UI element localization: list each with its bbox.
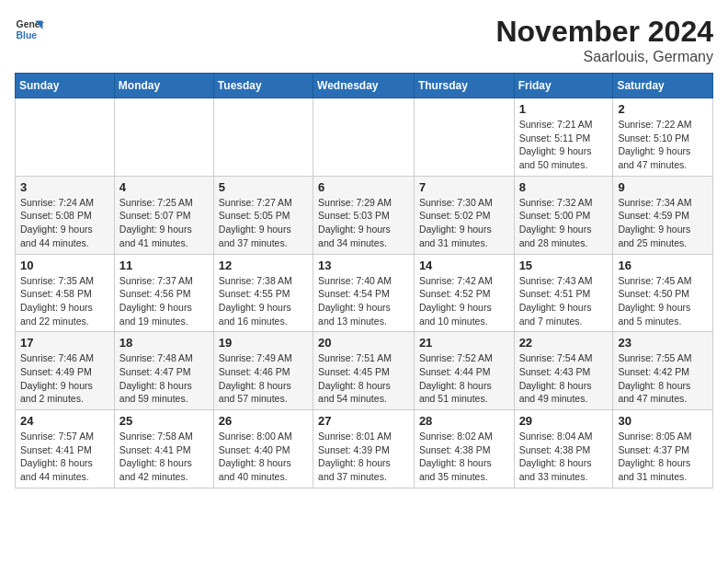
day-number: 1 bbox=[519, 102, 609, 116]
calendar-cell: 28Sunrise: 8:02 AM Sunset: 4:38 PM Dayli… bbox=[414, 410, 514, 488]
day-info: Sunrise: 7:40 AM Sunset: 4:54 PM Dayligh… bbox=[318, 274, 409, 328]
day-number: 10 bbox=[20, 259, 109, 272]
day-number: 30 bbox=[618, 414, 708, 428]
day-info: Sunrise: 7:37 AM Sunset: 4:56 PM Dayligh… bbox=[119, 274, 209, 328]
calendar-cell bbox=[213, 98, 313, 177]
day-number: 13 bbox=[318, 259, 409, 272]
col-header-monday: Monday bbox=[114, 74, 213, 98]
day-number: 15 bbox=[519, 259, 609, 272]
day-number: 28 bbox=[419, 414, 509, 428]
day-info: Sunrise: 7:55 AM Sunset: 4:42 PM Dayligh… bbox=[618, 351, 708, 406]
day-info: Sunrise: 8:02 AM Sunset: 4:38 PM Dayligh… bbox=[419, 430, 509, 484]
calendar-cell: 8Sunrise: 7:32 AM Sunset: 5:00 PM Daylig… bbox=[514, 176, 613, 254]
calendar-cell: 5Sunrise: 7:27 AM Sunset: 5:05 PM Daylig… bbox=[213, 176, 313, 254]
day-info: Sunrise: 7:45 AM Sunset: 4:50 PM Dayligh… bbox=[618, 274, 708, 328]
month-title: November 2024 bbox=[495, 15, 713, 49]
calendar-cell: 23Sunrise: 7:55 AM Sunset: 4:42 PM Dayli… bbox=[613, 332, 713, 410]
col-header-wednesday: Wednesday bbox=[313, 74, 415, 98]
calendar-cell: 30Sunrise: 8:05 AM Sunset: 4:37 PM Dayli… bbox=[613, 410, 713, 488]
day-number: 20 bbox=[318, 336, 409, 350]
day-number: 22 bbox=[519, 336, 609, 350]
day-info: Sunrise: 8:00 AM Sunset: 4:40 PM Dayligh… bbox=[219, 430, 308, 484]
day-number: 3 bbox=[20, 180, 109, 194]
day-info: Sunrise: 7:32 AM Sunset: 5:00 PM Dayligh… bbox=[519, 196, 609, 250]
calendar-cell: 16Sunrise: 7:45 AM Sunset: 4:50 PM Dayli… bbox=[613, 254, 713, 332]
calendar-cell: 26Sunrise: 8:00 AM Sunset: 4:40 PM Dayli… bbox=[213, 410, 313, 488]
calendar-cell: 19Sunrise: 7:49 AM Sunset: 4:46 PM Dayli… bbox=[213, 332, 313, 410]
day-info: Sunrise: 7:38 AM Sunset: 4:55 PM Dayligh… bbox=[219, 274, 308, 328]
day-info: Sunrise: 7:22 AM Sunset: 5:10 PM Dayligh… bbox=[618, 118, 708, 172]
col-header-tuesday: Tuesday bbox=[213, 74, 313, 98]
day-info: Sunrise: 7:29 AM Sunset: 5:03 PM Dayligh… bbox=[318, 196, 409, 250]
day-info: Sunrise: 7:48 AM Sunset: 4:47 PM Dayligh… bbox=[119, 351, 209, 406]
day-info: Sunrise: 7:25 AM Sunset: 5:07 PM Dayligh… bbox=[119, 196, 209, 250]
col-header-saturday: Saturday bbox=[613, 74, 713, 98]
calendar-table: SundayMondayTuesdayWednesdayThursdayFrid… bbox=[15, 73, 713, 488]
col-header-friday: Friday bbox=[514, 74, 613, 98]
calendar-cell: 2Sunrise: 7:22 AM Sunset: 5:10 PM Daylig… bbox=[613, 98, 713, 177]
calendar-cell: 7Sunrise: 7:30 AM Sunset: 5:02 PM Daylig… bbox=[414, 176, 514, 254]
calendar-cell bbox=[414, 98, 514, 177]
col-header-sunday: Sunday bbox=[16, 74, 115, 98]
day-info: Sunrise: 7:30 AM Sunset: 5:02 PM Dayligh… bbox=[419, 196, 509, 250]
day-number: 17 bbox=[20, 336, 109, 350]
calendar-cell bbox=[114, 98, 213, 177]
day-info: Sunrise: 8:01 AM Sunset: 4:39 PM Dayligh… bbox=[318, 430, 409, 484]
day-info: Sunrise: 7:58 AM Sunset: 4:41 PM Dayligh… bbox=[119, 430, 209, 484]
title-area: November 2024 Saarlouis, Germany bbox=[495, 15, 713, 65]
calendar-cell: 1Sunrise: 7:21 AM Sunset: 5:11 PM Daylig… bbox=[514, 98, 613, 177]
day-number: 4 bbox=[119, 180, 209, 194]
day-number: 16 bbox=[618, 259, 708, 272]
calendar-cell bbox=[16, 98, 115, 177]
day-info: Sunrise: 7:21 AM Sunset: 5:11 PM Dayligh… bbox=[519, 118, 609, 172]
day-number: 2 bbox=[618, 102, 708, 116]
calendar-cell: 4Sunrise: 7:25 AM Sunset: 5:07 PM Daylig… bbox=[114, 176, 213, 254]
calendar-week-row: 24Sunrise: 7:57 AM Sunset: 4:41 PM Dayli… bbox=[16, 410, 713, 488]
calendar-cell: 15Sunrise: 7:43 AM Sunset: 4:51 PM Dayli… bbox=[514, 254, 613, 332]
calendar-week-row: 1Sunrise: 7:21 AM Sunset: 5:11 PM Daylig… bbox=[16, 98, 713, 177]
calendar-cell: 21Sunrise: 7:52 AM Sunset: 4:44 PM Dayli… bbox=[414, 332, 514, 410]
calendar-cell: 20Sunrise: 7:51 AM Sunset: 4:45 PM Dayli… bbox=[313, 332, 415, 410]
day-number: 8 bbox=[519, 180, 609, 194]
calendar-cell: 24Sunrise: 7:57 AM Sunset: 4:41 PM Dayli… bbox=[16, 410, 115, 488]
day-info: Sunrise: 7:24 AM Sunset: 5:08 PM Dayligh… bbox=[20, 196, 109, 250]
calendar-week-row: 10Sunrise: 7:35 AM Sunset: 4:58 PM Dayli… bbox=[16, 254, 713, 332]
day-number: 27 bbox=[318, 414, 409, 428]
day-number: 12 bbox=[219, 259, 308, 272]
calendar-cell bbox=[313, 98, 415, 177]
day-number: 6 bbox=[318, 180, 409, 194]
day-number: 19 bbox=[219, 336, 308, 350]
day-number: 21 bbox=[419, 336, 509, 350]
day-number: 14 bbox=[419, 259, 509, 272]
day-info: Sunrise: 7:49 AM Sunset: 4:46 PM Dayligh… bbox=[219, 351, 308, 406]
calendar-cell: 9Sunrise: 7:34 AM Sunset: 4:59 PM Daylig… bbox=[613, 176, 713, 254]
calendar-week-row: 3Sunrise: 7:24 AM Sunset: 5:08 PM Daylig… bbox=[16, 176, 713, 254]
calendar-header-row: SundayMondayTuesdayWednesdayThursdayFrid… bbox=[16, 74, 713, 98]
day-number: 23 bbox=[618, 336, 708, 350]
day-info: Sunrise: 7:35 AM Sunset: 4:58 PM Dayligh… bbox=[20, 274, 109, 328]
calendar-cell: 27Sunrise: 8:01 AM Sunset: 4:39 PM Dayli… bbox=[313, 410, 415, 488]
logo: General Blue bbox=[15, 15, 44, 44]
svg-text:Blue: Blue bbox=[17, 30, 38, 40]
calendar-cell: 3Sunrise: 7:24 AM Sunset: 5:08 PM Daylig… bbox=[16, 176, 115, 254]
day-info: Sunrise: 8:04 AM Sunset: 4:38 PM Dayligh… bbox=[519, 430, 609, 484]
day-number: 26 bbox=[219, 414, 308, 428]
calendar-cell: 12Sunrise: 7:38 AM Sunset: 4:55 PM Dayli… bbox=[213, 254, 313, 332]
calendar-cell: 10Sunrise: 7:35 AM Sunset: 4:58 PM Dayli… bbox=[16, 254, 115, 332]
day-number: 25 bbox=[119, 414, 209, 428]
calendar-cell: 25Sunrise: 7:58 AM Sunset: 4:41 PM Dayli… bbox=[114, 410, 213, 488]
logo-icon: General Blue bbox=[15, 15, 44, 44]
day-info: Sunrise: 7:52 AM Sunset: 4:44 PM Dayligh… bbox=[419, 351, 509, 406]
day-info: Sunrise: 7:42 AM Sunset: 4:52 PM Dayligh… bbox=[419, 274, 509, 328]
day-info: Sunrise: 7:27 AM Sunset: 5:05 PM Dayligh… bbox=[219, 196, 308, 250]
calendar-cell: 11Sunrise: 7:37 AM Sunset: 4:56 PM Dayli… bbox=[114, 254, 213, 332]
calendar-cell: 17Sunrise: 7:46 AM Sunset: 4:49 PM Dayli… bbox=[16, 332, 115, 410]
day-info: Sunrise: 7:34 AM Sunset: 4:59 PM Dayligh… bbox=[618, 196, 708, 250]
calendar-cell: 29Sunrise: 8:04 AM Sunset: 4:38 PM Dayli… bbox=[514, 410, 613, 488]
day-number: 7 bbox=[419, 180, 509, 194]
day-info: Sunrise: 8:05 AM Sunset: 4:37 PM Dayligh… bbox=[618, 430, 708, 484]
header: General Blue November 2024 Saarlouis, Ge… bbox=[15, 15, 713, 65]
day-number: 11 bbox=[119, 259, 209, 272]
calendar-cell: 13Sunrise: 7:40 AM Sunset: 4:54 PM Dayli… bbox=[313, 254, 415, 332]
day-number: 9 bbox=[618, 180, 708, 194]
